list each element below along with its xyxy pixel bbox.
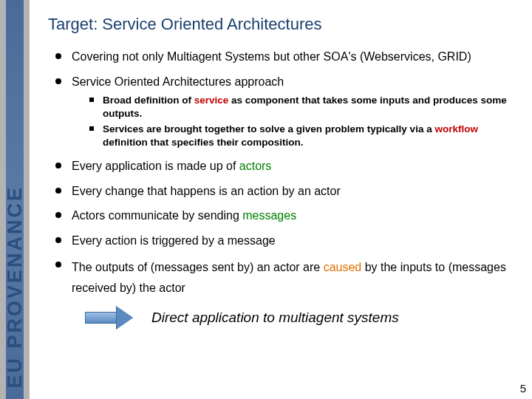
sub-list: Broad definition of service as component… (89, 94, 521, 149)
hl-caused: caused (324, 261, 362, 273)
bullet-1-text: Covering not only Multiagent Systems but… (72, 50, 471, 63)
bullet-6: Every action is triggered by a message (55, 233, 521, 249)
bullet-4-text: Every change that happens is an action b… (72, 185, 341, 197)
sidebar-label: EU PROVENANCE (4, 185, 27, 389)
hl-service: service (194, 95, 229, 106)
conclusion-row: Direct application to multiagent systems (85, 307, 521, 329)
bullet-6-text: Every action is triggered by a message (72, 234, 276, 247)
bullet-2-text: Service Oriented Architectures approach (72, 75, 284, 88)
conclusion-text: Direct application to multiagent systems (151, 310, 399, 326)
sidebar-label-wrap: EU PROVENANCE (0, 49, 33, 389)
bullet-3: Every application is made up of actors (55, 158, 521, 174)
hl-actors: actors (239, 160, 272, 172)
bullet-list: Covering not only Multiagent Systems but… (55, 49, 521, 298)
slide-content: Target: Service Oriented Architectures C… (41, 15, 521, 392)
hl-workflow: workflow (434, 123, 478, 134)
sub-2: Services are brought together to solve a… (89, 123, 521, 149)
bullet-5: Actors communicate by sending messages (55, 208, 521, 224)
bullet-2: Service Oriented Architectures approach … (55, 74, 521, 149)
bullet-7: The outputs of (messages sent by) an act… (55, 257, 521, 297)
page-number: 5 (520, 382, 526, 395)
slide-title: Target: Service Oriented Architectures (48, 15, 521, 34)
sub-1: Broad definition of service as component… (89, 94, 521, 120)
arrow-icon (85, 307, 138, 329)
bullet-1: Covering not only Multiagent Systems but… (55, 49, 521, 65)
bullet-4: Every change that happens is an action b… (55, 183, 521, 200)
hl-messages: messages (242, 209, 296, 222)
